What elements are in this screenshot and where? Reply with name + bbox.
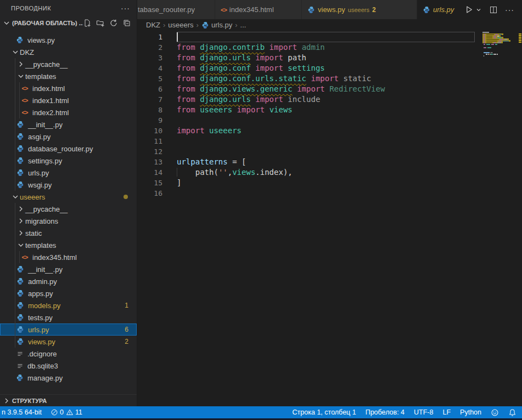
- code-editor: 12from django.contrib import admin3from …: [137, 31, 522, 406]
- tree-item-urls.py[interactable]: urls.py6: [0, 323, 137, 336]
- tree-item-asgi.py[interactable]: asgi.py: [0, 130, 137, 143]
- explorer-more-actions-icon[interactable]: ···: [121, 4, 130, 13]
- minimap[interactable]: [482, 32, 518, 406]
- breadcrumb-item-useeers[interactable]: useeers: [168, 21, 193, 29]
- tree-item-urls.py[interactable]: urls.py: [0, 167, 137, 179]
- code-line-10[interactable]: 10import useeers: [137, 126, 475, 136]
- workspace-section-header[interactable]: (РАБОЧАЯ ОБЛАСТЬ) ...: [0, 16, 137, 30]
- editor-more-actions-icon[interactable]: ···: [505, 5, 514, 14]
- code-line-8[interactable]: 8from useeers import views: [137, 105, 475, 115]
- breadcrumb-separator-icon: ›: [235, 21, 237, 29]
- tree-item-wsgi.py[interactable]: wsgi.py: [0, 179, 137, 191]
- breadcrumb-item-urls.py[interactable]: urls.py: [201, 21, 232, 29]
- status-cursor-position[interactable]: Строка 1, столбец 1: [293, 408, 356, 416]
- code-line-7[interactable]: 7from django.urls import include: [137, 94, 475, 105]
- tree-item-__pycache__[interactable]: __pycache__: [0, 203, 137, 215]
- collapse-all-icon[interactable]: [122, 19, 131, 27]
- code-line-16[interactable]: 16: [137, 188, 475, 198]
- tree-item-index345.html[interactable]: <>index345.html: [0, 251, 137, 263]
- tab-index345.html[interactable]: <>index345.html: [215, 0, 302, 19]
- tree-item-useeers[interactable]: useeers: [0, 191, 137, 203]
- code-line-9[interactable]: 9: [137, 115, 475, 126]
- outline-section-header[interactable]: СТРУКТУРА: [0, 394, 137, 406]
- status-encoding[interactable]: UTF-8: [414, 408, 433, 416]
- tab-views.py[interactable]: views.pyuseeers2: [302, 0, 417, 19]
- tree-item-static[interactable]: static: [0, 227, 137, 239]
- tree-item-label: manage.py: [27, 374, 63, 382]
- code-line-13[interactable]: 13urlpatterns = [: [137, 157, 475, 167]
- python-interpreter-status[interactable]: n 3.9.5 64-bit: [2, 408, 42, 416]
- tree-item-views.py[interactable]: views.py: [0, 34, 137, 46]
- chevron-right-icon: [2, 396, 11, 405]
- tree-item-__init__.py[interactable]: __init__.py: [0, 118, 137, 130]
- tab-urls.py[interactable]: urls.pyuseeers6×: [417, 0, 456, 19]
- run-button-icon[interactable]: [464, 5, 474, 14]
- tree-item-index2.html[interactable]: <>index2.html: [0, 106, 137, 118]
- python-file-icon: [16, 133, 24, 140]
- tree-item-label: __pycache__: [25, 205, 68, 213]
- tree-item-apps.py[interactable]: apps.py: [0, 287, 137, 299]
- line-number: 2: [137, 42, 177, 53]
- tree-item-views.py[interactable]: views.py2: [0, 336, 137, 348]
- new-file-icon[interactable]: [83, 19, 92, 27]
- tree-item-index1.html[interactable]: <>index1.html: [0, 94, 137, 106]
- breadcrumb: DKZ›useeers›urls.py›...: [137, 19, 522, 31]
- tree-item-database_roouter.py[interactable]: database_roouter.py: [0, 143, 137, 155]
- tab-badge: 2: [372, 6, 376, 14]
- python-file-icon: [16, 181, 24, 189]
- code-line-4[interactable]: 4from django.conf import settings: [137, 63, 475, 73]
- tree-item-index.html[interactable]: <>index.html: [0, 82, 137, 94]
- tree-item-__init__.py[interactable]: __init__.py: [0, 263, 137, 275]
- new-folder-icon[interactable]: [96, 19, 105, 27]
- breadcrumb-item-...[interactable]: ...: [240, 21, 246, 29]
- code-line-5[interactable]: 5from django.conf.urls.static import sta…: [137, 73, 475, 84]
- tree-item-migrations[interactable]: migrations: [0, 215, 137, 227]
- tree-item-admin.py[interactable]: admin.py: [0, 275, 137, 287]
- code-line-3[interactable]: 3from django.urls import path: [137, 53, 475, 63]
- tree-item-__pycache__[interactable]: __pycache__: [0, 58, 137, 70]
- tree-item-manage.py[interactable]: manage.py: [0, 372, 137, 384]
- code-line-12[interactable]: 12: [137, 146, 475, 157]
- tree-item-templates[interactable]: templates: [0, 70, 137, 82]
- editor-group: tabase_roouter.py<>index345.htmlviews.py…: [137, 0, 522, 406]
- split-editor-icon[interactable]: [489, 5, 498, 14]
- chevron-right-icon: [16, 60, 25, 69]
- code-line-11[interactable]: 11: [137, 136, 475, 146]
- status-language-mode[interactable]: Python: [460, 408, 481, 416]
- code-line-content: ]: [177, 178, 475, 188]
- tree-item-label: migrations: [25, 217, 58, 225]
- tree-item-templates[interactable]: templates: [0, 239, 137, 251]
- tree-item-models.py[interactable]: models.py1: [0, 299, 137, 311]
- run-dropdown-chevron-icon[interactable]: [475, 7, 482, 13]
- code-line-6[interactable]: 6from django.views.generic import Redire…: [137, 84, 475, 94]
- indent-guide: [15, 287, 15, 299]
- breadcrumb-item-DKZ[interactable]: DKZ: [146, 21, 160, 29]
- code-line-15[interactable]: 15]: [137, 178, 475, 188]
- feedback-icon[interactable]: [491, 408, 499, 417]
- code-line-content: from django.views.generic import Redirec…: [177, 84, 475, 94]
- chevron-down-icon: [11, 192, 20, 201]
- tree-item-DKZ[interactable]: DKZ: [0, 46, 137, 58]
- line-number: 11: [137, 136, 177, 146]
- tab-label: index345.html: [229, 5, 274, 14]
- problems-status[interactable]: 0 11: [50, 408, 82, 416]
- error-icon: [50, 408, 58, 416]
- warning-count: 11: [75, 408, 82, 416]
- line-number: 9: [137, 115, 177, 126]
- tree-item-settings.py[interactable]: settings.py: [0, 155, 137, 167]
- status-indentation[interactable]: Пробелов: 4: [366, 408, 405, 416]
- code-line-content: [177, 136, 475, 146]
- status-eol[interactable]: LF: [442, 408, 451, 416]
- tree-item-tests.py[interactable]: tests.py: [0, 311, 137, 323]
- code-line-2[interactable]: 2from django.contrib import admin: [137, 42, 475, 53]
- notifications-bell-icon[interactable]: [508, 408, 517, 417]
- python-file-icon: [16, 277, 24, 285]
- refresh-icon[interactable]: [109, 19, 118, 27]
- python-file-icon: [16, 144, 25, 153]
- tab-tabase_roouter.py[interactable]: tabase_roouter.py: [137, 0, 215, 19]
- code-line-1[interactable]: 1: [137, 32, 475, 42]
- code-line-14[interactable]: 14 path('',views.index),: [137, 167, 475, 178]
- tree-item-db.sqlite3[interactable]: db.sqlite3: [0, 360, 137, 372]
- tree-item-.dcignore[interactable]: .dcignore: [0, 348, 137, 360]
- python-file-icon: [16, 314, 24, 321]
